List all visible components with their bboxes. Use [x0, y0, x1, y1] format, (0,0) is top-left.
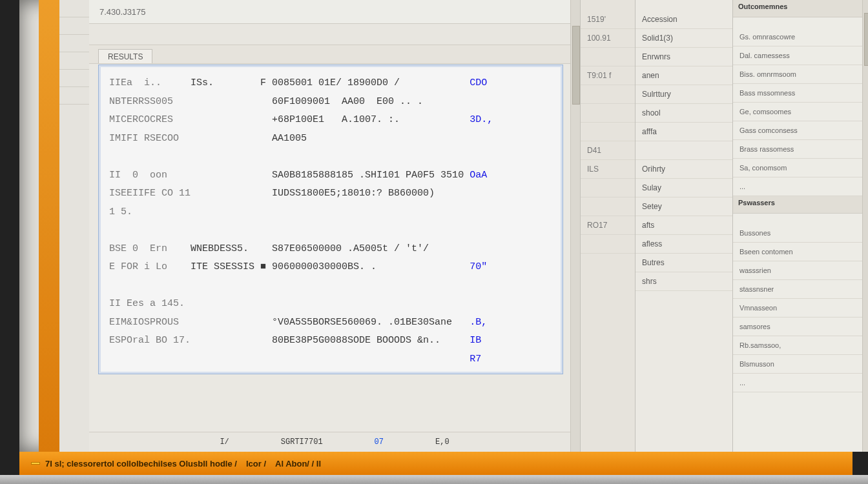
code-line: ISEEIIFE CO 11 IUDSS1800E5;18010:? B8600… [109, 185, 552, 203]
scrollbar-thumb[interactable] [572, 26, 580, 105]
main-panel: 7.430.J3175 RESULTS IIEa i.. ISs. F 0085… [89, 0, 580, 452]
list-item-label: Ge, comsoomes [739, 108, 865, 116]
list-item[interactable]: Enrwnrs [636, 48, 732, 66]
list-item[interactable]: afless [636, 235, 732, 254]
taskbar-item[interactable]: lcor / [246, 459, 266, 469]
list-item[interactable]: anen [636, 66, 732, 85]
tab-results[interactable]: RESULTS [98, 49, 152, 63]
taskbar-item[interactable]: 7I sl; clessorertol collolbechilses Olus… [45, 459, 237, 469]
code-line: 1 5. [109, 203, 552, 222]
list-item-label: Enrwnrs [642, 52, 726, 61]
list-item [581, 48, 635, 66]
left-tool-button[interactable] [59, 35, 89, 52]
list-item [581, 179, 635, 197]
code-editor[interactable]: IIEa i.. ISs. F 0085001 01E/ 18900D0 / C… [98, 65, 563, 374]
code-line: E FOR i Lo ITE SSESSIS ■ 9060000030000BS… [109, 258, 552, 277]
list-item[interactable]: wasssrien [733, 261, 868, 280]
panel-scrollbar[interactable] [862, 0, 868, 452]
list-item [581, 197, 635, 216]
list-item-label: Solid1(3) [642, 34, 726, 43]
list-item-label: Vmnasseon [739, 304, 865, 312]
list-item[interactable]: Orihrty [636, 160, 732, 179]
left-tool-button[interactable] [59, 87, 89, 105]
taskbar[interactable]: 7I sl; clessorertol collolbechilses Olus… [19, 452, 852, 475]
code-line [109, 148, 552, 166]
status-code: E,0 [435, 438, 450, 447]
list-item-label: Bass mssomness [739, 89, 865, 97]
list-item: ILS [581, 160, 635, 179]
list-item-label: Sulay [642, 183, 726, 192]
list-item[interactable]: Gass comconsess [733, 121, 868, 140]
list-item-label: Sulrttury [642, 90, 726, 99]
list-item[interactable]: Setey [636, 197, 732, 216]
list-item[interactable]: Sulrttury [636, 85, 732, 104]
left-tool-button[interactable] [59, 52, 89, 70]
list-item[interactable]: Gs. omnrascowre [733, 28, 868, 46]
list-item[interactable]: Rb.samssoo, [733, 336, 868, 355]
list-item-label: 100.91 [587, 34, 628, 43]
list-item: 1519' [581, 10, 635, 29]
list-item[interactable]: Vmnasseon [733, 299, 868, 318]
list-item-label: Sa, conomsom [739, 164, 865, 172]
list-item[interactable]: afts [636, 216, 732, 235]
left-toolbar [59, 0, 90, 452]
left-tool-button[interactable] [59, 70, 89, 87]
list-item-label: Accession [642, 15, 726, 24]
list-item[interactable]: shrs [636, 272, 732, 291]
right-panel-wide: Outcomemnes Gs. omnrascowreDal. camesses… [733, 0, 868, 452]
status-left: I/ [220, 438, 229, 447]
left-tool-button[interactable] [59, 17, 89, 35]
list-item-label: 1519' [587, 15, 628, 24]
list-item[interactable]: afffa [636, 123, 732, 141]
list-item: T9:01 f [581, 66, 635, 85]
list-item-label: D41 [587, 146, 628, 155]
list-item[interactable]: Solid1(3) [636, 29, 732, 48]
list-item[interactable]: Brass rassomess [733, 140, 868, 159]
document-id: 7.430.J3175 [99, 7, 146, 17]
code-line [109, 277, 552, 296]
list-item-label: Bussones [739, 229, 865, 237]
list-item-label: shrs [642, 277, 726, 286]
list-item [581, 104, 635, 123]
list-item[interactable] [636, 141, 732, 160]
list-item[interactable]: Ge, comsoomes [733, 103, 868, 121]
code-line: IMIFI RSECOO AA1005 [109, 130, 552, 148]
taskbar-app-chip[interactable] [31, 462, 40, 465]
taskbar-item[interactable]: Al Abon/ / Il [275, 459, 321, 469]
code-line: IIEa i.. ISs. F 0085001 01E/ 18900D0 / C… [109, 74, 552, 93]
list-item[interactable]: samsores [733, 318, 868, 336]
list-item-label: shool [642, 108, 726, 117]
tabstrip: RESULTS [89, 45, 580, 64]
list-item-label: Rb.samssoo, [739, 341, 865, 349]
list-item[interactable]: Butres [636, 254, 732, 272]
list-item[interactable]: Biss. omnrmsoom [733, 65, 868, 84]
tab-label: RESULTS [108, 52, 143, 61]
code-line: II Ees a 145. [109, 295, 552, 314]
list-item-label: afless [642, 239, 726, 248]
list-item[interactable]: Blsmusson [733, 355, 868, 374]
list-item[interactable]: Dal. camessess [733, 46, 868, 65]
list-item[interactable]: Bseen contomen [733, 243, 868, 261]
left-tool-button[interactable] [59, 0, 89, 17]
list-item [581, 85, 635, 104]
code-line [109, 221, 552, 240]
editor-scrollbar[interactable] [570, 0, 580, 452]
list-item: 100.91 [581, 29, 635, 48]
list-item[interactable]: ... [733, 374, 868, 392]
list-item[interactable]: ... [733, 177, 868, 196]
list-item[interactable]: Sulay [636, 179, 732, 197]
code-line: R7 [109, 350, 552, 369]
toolbar [89, 24, 580, 45]
list-item[interactable]: Bass mssomness [733, 84, 868, 103]
list-item[interactable]: Sa, conomsom [733, 159, 868, 177]
list-item[interactable]: Accession [636, 10, 732, 29]
list-item[interactable]: Bussones [733, 224, 868, 243]
list-item-label: Setey [642, 202, 726, 211]
list-item[interactable]: shool [636, 104, 732, 123]
list-item-label: Dal. camessess [739, 52, 865, 59]
list-item-label: Biss. omnrmsoom [739, 70, 865, 78]
right-panels: 1519'100.91T9:01 fD41ILSRO17 AccessionSo… [580, 0, 868, 452]
scrollbar-thumb[interactable] [864, 13, 868, 66]
list-item-label: wasssrien [739, 267, 865, 274]
list-item[interactable]: stassnsner [733, 280, 868, 299]
